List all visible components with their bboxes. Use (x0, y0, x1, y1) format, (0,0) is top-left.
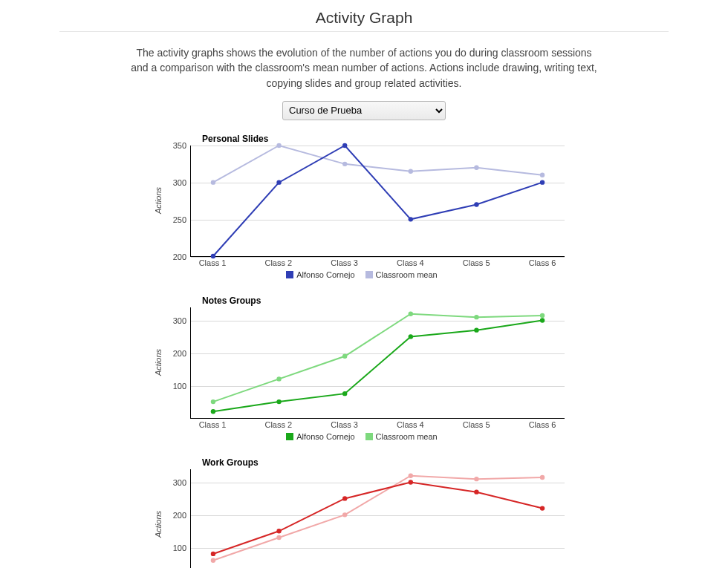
legend-label-mean: Classroom mean (376, 432, 438, 441)
data-point (211, 552, 215, 556)
chart-svg (191, 469, 565, 568)
data-point (342, 162, 347, 166)
x-axis-ticks: Class 1Class 2Class 3Class 4Class 5Class… (190, 257, 565, 269)
data-point (409, 480, 413, 484)
series-line-mean (213, 146, 542, 183)
y-tick-label: 250 (173, 215, 186, 224)
data-point (474, 315, 478, 319)
chart-svg (191, 146, 565, 256)
data-point (409, 473, 413, 477)
x-tick-label: Class 1 (199, 258, 227, 267)
series-line-user (213, 146, 542, 256)
chart-title: Notes Groups (202, 296, 565, 306)
data-point (474, 477, 478, 481)
data-point (342, 496, 347, 500)
description-text: The activity graphs shows the evolution … (126, 45, 602, 91)
chart-title: Work Groups (202, 457, 565, 468)
x-tick-label: Class 4 (397, 420, 424, 429)
data-point (342, 391, 347, 396)
legend-label-mean: Classroom mean (376, 270, 438, 279)
data-point (409, 217, 413, 221)
y-tick-label: 200 (173, 511, 186, 520)
legend-label-user: Alfonso Cornejo (296, 432, 354, 441)
y-tick-label: 300 (173, 478, 186, 487)
series-line-user (213, 320, 542, 411)
y-tick-label: 100 (173, 543, 186, 552)
data-point (409, 169, 413, 173)
y-tick-label: 200 (173, 349, 186, 358)
y-tick-label: 300 (173, 178, 186, 187)
data-point (211, 180, 215, 184)
data-point (342, 143, 347, 148)
legend-swatch-mean (365, 433, 373, 440)
data-point (211, 558, 215, 562)
data-point (474, 166, 478, 170)
x-tick-label: Class 3 (331, 420, 358, 429)
chart-personal: Personal SlidesActions200250300350Class … (149, 134, 565, 279)
series-line-mean (213, 476, 542, 561)
chart-notes: Notes GroupsActions100200300Class 1Class… (149, 296, 565, 441)
legend-label-user: Alfonso Cornejo (296, 270, 354, 279)
chart-legend: Alfonso CornejoClassroom mean (149, 432, 565, 441)
x-tick-label: Class 6 (529, 420, 556, 429)
data-point (342, 353, 347, 358)
x-axis-ticks: Class 1Class 2Class 3Class 4Class 5Class… (190, 419, 565, 431)
data-point (474, 327, 478, 332)
x-tick-label: Class 5 (463, 258, 490, 267)
data-point (540, 172, 545, 177)
data-point (342, 512, 347, 517)
data-point (540, 318, 545, 322)
data-point (409, 334, 413, 339)
chart-svg (191, 307, 565, 418)
data-point (211, 409, 215, 414)
x-tick-label: Class 5 (463, 420, 490, 429)
chart-title: Personal Slides (202, 134, 565, 144)
y-tick-label: 100 (173, 382, 186, 391)
legend-swatch-user (286, 271, 293, 278)
x-tick-label: Class 1 (199, 420, 227, 429)
data-point (276, 143, 281, 148)
x-tick-label: Class 6 (529, 258, 556, 267)
y-axis-label: Actions (154, 349, 163, 376)
data-point (540, 506, 545, 510)
data-point (540, 475, 545, 480)
data-point (276, 535, 281, 540)
chart-legend: Alfonso CornejoClassroom mean (149, 270, 565, 279)
x-tick-label: Class 2 (264, 420, 292, 429)
data-point (276, 529, 281, 533)
x-tick-label: Class 2 (264, 258, 292, 267)
course-select[interactable]: Curso de Prueba (282, 101, 446, 120)
x-tick-label: Class 3 (331, 258, 358, 267)
y-tick-label: 300 (173, 316, 186, 325)
page-title: Activity Graph (0, 9, 728, 27)
data-point (540, 313, 545, 318)
data-point (409, 311, 413, 316)
data-point (276, 376, 281, 381)
y-axis-label: Actions (154, 511, 163, 538)
legend-swatch-user (286, 433, 293, 440)
y-tick-label: 350 (173, 141, 186, 150)
plot-area: Actions100200300 (190, 469, 565, 568)
y-tick-label: 200 (173, 252, 186, 261)
data-point (276, 180, 281, 184)
data-point (276, 399, 281, 404)
plot-area: Actions200250300350 (190, 146, 565, 257)
legend-swatch-mean (365, 271, 373, 278)
data-point (474, 202, 478, 206)
divider (59, 31, 669, 32)
y-axis-label: Actions (154, 187, 163, 214)
data-point (474, 489, 478, 494)
x-tick-label: Class 4 (397, 258, 424, 267)
charts-container: Personal SlidesActions200250300350Class … (0, 134, 728, 568)
data-point (211, 399, 215, 404)
plot-area: Actions100200300 (190, 307, 565, 419)
data-point (540, 180, 545, 184)
chart-work: Work GroupsActions100200300Class 1Class … (149, 457, 565, 568)
